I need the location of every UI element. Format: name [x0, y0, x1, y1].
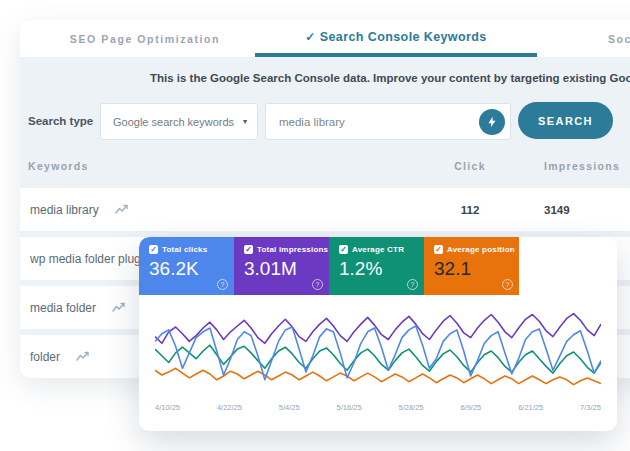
stat-value: 1.2% [339, 258, 424, 280]
chevron-down-icon: ▾ [243, 117, 247, 126]
tab-seo-page-optimization[interactable]: SEO Page Optimization [60, 20, 230, 57]
column-header-keywords: Keywords [28, 160, 89, 172]
x-axis-tick-label: 6/9/25 [460, 403, 481, 412]
stat-header: ✓Total impressions [244, 245, 329, 254]
column-header-impressions: Impressions [544, 160, 620, 172]
search-input[interactable] [266, 115, 479, 129]
tab-social[interactable]: Soci [608, 20, 630, 57]
tab-search-console-keywords[interactable]: ✓ Search Console Keywords [255, 20, 537, 57]
stat-label: Total clicks [162, 245, 207, 254]
dropdown-selected-value: Google search keywords [113, 116, 234, 128]
stat-value: 36.2K [149, 258, 234, 280]
checked-checkbox-icon[interactable]: ✓ [339, 245, 348, 254]
trending-up-icon[interactable] [115, 204, 130, 215]
search-console-stats-card: ✓Total clicks36.2K?✓Total impressions3.0… [139, 237, 617, 431]
stat-header: ✓Total clicks [149, 245, 234, 254]
ai-suggest-button[interactable] [479, 109, 505, 135]
stat-box-total-impressions[interactable]: ✓Total impressions3.01M? [234, 237, 329, 295]
x-axis-tick-label: 4/22/25 [217, 403, 242, 412]
stat-header: ✓Average position [434, 245, 519, 254]
trend-icon-wrap [76, 351, 91, 362]
stat-box-total-clicks[interactable]: ✓Total clicks36.2K? [139, 237, 234, 295]
search-type-label: Search type [28, 115, 93, 127]
x-axis-tick-label: 5/28/25 [399, 403, 424, 412]
trending-up-icon[interactable] [112, 302, 127, 313]
help-icon[interactable]: ? [502, 279, 513, 290]
help-icon[interactable]: ? [312, 279, 323, 290]
x-axis-tick-label: 4/10/25 [155, 403, 180, 412]
stats-row: ✓Total clicks36.2K?✓Total impressions3.0… [139, 237, 617, 295]
stat-value: 32.1 [434, 258, 519, 280]
column-header-click: Click [445, 160, 495, 172]
trend-icon-wrap [115, 204, 130, 215]
checked-checkbox-icon[interactable]: ✓ [244, 245, 253, 254]
search-button[interactable]: SEARCH [518, 102, 613, 139]
stat-label: Total impressions [257, 245, 328, 254]
keyword-label: media folder [30, 301, 96, 315]
checked-checkbox-icon[interactable]: ✓ [434, 245, 443, 254]
checked-checkbox-icon[interactable]: ✓ [149, 245, 158, 254]
stat-header: ✓Average CTR [339, 245, 424, 254]
keyword-label: folder [30, 350, 60, 364]
stat-label: Average CTR [352, 245, 404, 254]
tab-label: Search Console Keywords [320, 30, 487, 44]
keyword-label: media library [30, 203, 99, 217]
trend-icon-wrap [112, 302, 127, 313]
keyword-label: wp media folder plug [30, 252, 141, 266]
lightning-bolt-icon [485, 115, 499, 129]
tab-bar: SEO Page Optimization ✓ Search Console K… [20, 20, 630, 57]
stat-box-average-ctr[interactable]: ✓Average CTR1.2%? [329, 237, 424, 295]
check-icon: ✓ [305, 30, 315, 44]
x-axis-tick-label: 6/21/25 [518, 403, 543, 412]
stat-value: 3.01M [244, 258, 329, 280]
stat-box-average-position[interactable]: ✓Average position32.1? [424, 237, 519, 295]
x-axis-tick-label: 7/3/25 [580, 403, 601, 412]
keyword-search-box [265, 103, 511, 140]
help-icon[interactable]: ? [407, 279, 418, 290]
x-axis-tick-label: 5/4/25 [279, 403, 300, 412]
performance-chart [155, 303, 601, 399]
chart-x-axis-labels: 4/10/254/22/255/4/255/16/255/28/256/9/25… [155, 403, 601, 412]
help-icon[interactable]: ? [217, 279, 228, 290]
search-type-dropdown[interactable]: Google search keywords ▾ [100, 103, 258, 140]
click-count: 112 [445, 204, 495, 216]
gsc-info-text: This is the Google Search Console data. … [150, 72, 630, 84]
table-row[interactable]: media library1123149 [20, 188, 630, 231]
stat-label: Average position [447, 245, 515, 254]
trending-up-icon[interactable] [76, 351, 91, 362]
impressions-count: 3149 [544, 204, 570, 216]
x-axis-tick-label: 5/16/25 [337, 403, 362, 412]
